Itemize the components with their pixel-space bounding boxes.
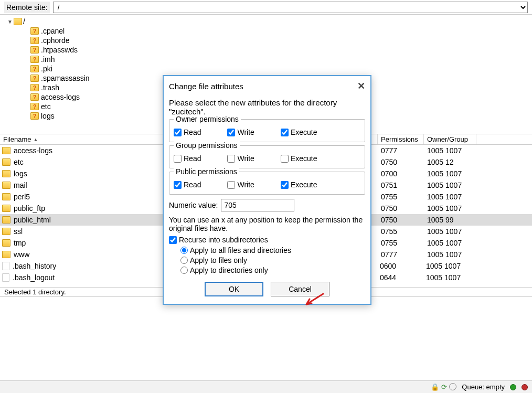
- unknown-folder-icon: [30, 75, 39, 82]
- tree-item[interactable]: .cphorde: [7, 36, 532, 45]
- owner-execute-checkbox[interactable]: Execute: [281, 128, 317, 136]
- expander-icon[interactable]: ▼: [7, 19, 13, 25]
- cell-owner: 1005 1007: [427, 193, 480, 201]
- folder-icon: [2, 193, 10, 200]
- folder-icon: [2, 251, 10, 258]
- unknown-folder-icon: [30, 84, 39, 91]
- dialog-title: Change file attributes: [169, 82, 243, 91]
- shield-icon: ⟳: [441, 383, 447, 391]
- cell-permissions: 0600: [380, 262, 426, 270]
- unknown-folder-icon: [30, 93, 39, 101]
- radio-apply-files[interactable]: Apply to files only: [180, 256, 365, 264]
- cell-owner: 1005 99: [427, 216, 480, 224]
- unknown-folder-icon: [30, 46, 39, 54]
- tree-item-label: access-logs: [41, 93, 80, 101]
- numeric-value-label: Numeric value:: [169, 201, 218, 209]
- cell-owner: 1005 1007: [427, 181, 480, 189]
- cell-permissions: 0755: [381, 193, 427, 201]
- owner-write-checkbox[interactable]: Write: [227, 128, 254, 136]
- group-write-checkbox[interactable]: Write: [227, 154, 254, 163]
- owner-read-checkbox[interactable]: Read: [174, 128, 201, 136]
- dialog-intro: Please select the new attributes for the…: [169, 98, 365, 116]
- cell-owner: 1005 1007: [427, 146, 480, 155]
- folder-icon: [2, 205, 10, 212]
- tree-item-label: .cphorde: [41, 36, 69, 45]
- group-execute-checkbox[interactable]: Execute: [281, 154, 317, 163]
- cell-permissions: 0700: [381, 169, 427, 178]
- group-permissions-group: Group permissions Read Write Execute: [169, 145, 365, 168]
- remote-site-combo[interactable]: /: [53, 2, 528, 13]
- cell-permissions: 0644: [380, 273, 426, 282]
- tree-item-label: .spamassassin: [41, 74, 90, 82]
- clock-icon: [449, 383, 456, 390]
- lock-icon: 🔒: [431, 383, 439, 391]
- cell-owner: 1005 1007: [427, 227, 480, 236]
- owner-permissions-group: Owner permissions Read Write Execute: [169, 119, 365, 142]
- unknown-folder-icon: [30, 103, 39, 110]
- status-indicator-red: [522, 384, 528, 390]
- unknown-folder-icon: [30, 37, 39, 44]
- file-icon: [2, 273, 9, 282]
- cell-owner: 1005 1007: [427, 250, 480, 259]
- unknown-folder-icon: [30, 65, 39, 72]
- folder-icon: [2, 182, 10, 189]
- tree-item-label: .htpasswds: [41, 46, 78, 54]
- folder-icon: [2, 158, 10, 166]
- cell-permissions: 0750: [381, 204, 427, 213]
- folder-icon: [2, 170, 10, 177]
- tree-item[interactable]: .cpanel: [7, 26, 532, 36]
- file-icon: [2, 262, 9, 270]
- change-attributes-dialog: Change file attributes ✕ Please select t…: [163, 75, 371, 305]
- tree-item-label: .cpanel: [41, 27, 65, 35]
- remote-site-bar: Remote site: /: [0, 0, 532, 15]
- unknown-folder-icon: [30, 27, 39, 35]
- tree-item[interactable]: .imh: [7, 55, 532, 64]
- group-read-checkbox[interactable]: Read: [174, 154, 201, 163]
- public-write-checkbox[interactable]: Write: [227, 180, 254, 189]
- tree-item-label: .trash: [41, 83, 59, 92]
- cell-permissions: 0755: [381, 227, 427, 236]
- cell-owner: 1005 12: [427, 158, 480, 166]
- tree-root-label: /: [23, 17, 25, 26]
- cell-permissions: 0777: [381, 250, 427, 259]
- cell-owner: 1005 1007: [427, 169, 480, 178]
- folder-icon: [2, 239, 10, 247]
- cell-owner: 1005 1007: [427, 204, 480, 213]
- cell-permissions: 0755: [381, 239, 427, 247]
- public-read-checkbox[interactable]: Read: [174, 180, 201, 189]
- column-permissions[interactable]: Permissions: [378, 134, 424, 144]
- recurse-checkbox[interactable]: Recurse into subdirectories: [169, 236, 365, 244]
- sort-asc-icon: ▲: [33, 137, 38, 142]
- unknown-folder-icon: [30, 56, 39, 63]
- folder-icon: [14, 18, 22, 25]
- tree-root[interactable]: ▼ /: [7, 17, 532, 26]
- tree-item-label: logs: [41, 112, 55, 120]
- ok-button[interactable]: OK: [205, 282, 263, 296]
- queue-status: Queue: empty: [462, 383, 505, 391]
- tree-item-label: .imh: [41, 55, 55, 63]
- cell-permissions: 0751: [381, 181, 427, 189]
- cell-owner: 1005 1007: [427, 239, 480, 247]
- radio-apply-all[interactable]: Apply to all files and directories: [180, 246, 365, 254]
- public-execute-checkbox[interactable]: Execute: [281, 180, 317, 189]
- tree-item-label: etc: [41, 102, 51, 111]
- cell-permissions: 0777: [381, 146, 427, 155]
- tree-item[interactable]: .pki: [7, 64, 532, 73]
- cancel-button[interactable]: Cancel: [271, 282, 329, 296]
- column-owner[interactable]: Owner/Group: [424, 134, 476, 144]
- folder-icon: [2, 228, 10, 235]
- status-indicator-green: [510, 384, 516, 390]
- cell-permissions: 0750: [381, 216, 427, 224]
- close-icon[interactable]: ✕: [357, 80, 365, 92]
- folder-icon: [2, 147, 10, 154]
- folder-icon: [2, 216, 10, 224]
- radio-apply-dirs[interactable]: Apply to directories only: [180, 266, 365, 274]
- cell-owner: 1005 1007: [426, 273, 478, 282]
- public-permissions-group: Public permissions Read Write Execute: [169, 172, 365, 195]
- cell-permissions: 0750: [381, 158, 427, 166]
- unknown-folder-icon: [30, 112, 39, 120]
- remote-site-label: Remote site:: [4, 2, 50, 13]
- numeric-value-input[interactable]: [221, 199, 294, 211]
- tree-item-label: .pki: [41, 65, 52, 73]
- tree-item[interactable]: .htpasswds: [7, 45, 532, 55]
